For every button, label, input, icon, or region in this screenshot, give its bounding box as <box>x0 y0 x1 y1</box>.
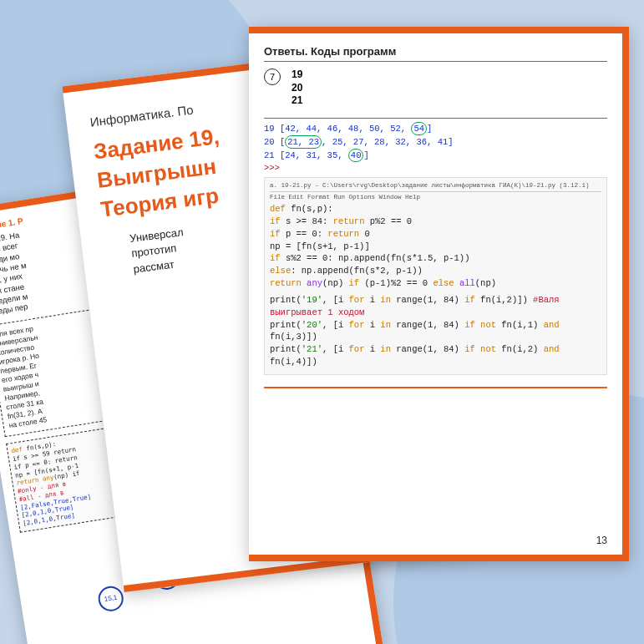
tree-node: 15,1 <box>96 584 124 612</box>
window-titlebar: a. 19-21.py - C:\Users\rvg\Desktop\задан… <box>270 181 601 192</box>
answer-value: 21 <box>292 94 302 106</box>
question-number: 7 <box>264 68 281 85</box>
circled-answer: 40 <box>348 149 364 162</box>
divider <box>264 118 607 119</box>
program-output: 19 [42, 44, 46, 48, 50, 52, 54] 20 [21, … <box>264 122 607 175</box>
answer-value: 20 <box>292 82 302 94</box>
page-number: 13 <box>596 535 607 546</box>
divider <box>264 387 607 388</box>
answer-value: 19 <box>292 68 302 80</box>
answer-block: 7 19 20 21 <box>264 68 607 108</box>
page-answers: Ответы. Коды программ 7 19 20 21 19 [42,… <box>249 27 629 561</box>
circled-answer: 21, 23 <box>285 135 322 149</box>
circled-answer: 54 <box>411 122 427 135</box>
answers-header: Ответы. Коды программ <box>264 45 607 62</box>
window-menubar: File Edit Format Run Options Window Help <box>270 193 601 202</box>
python-prompt: >>> <box>264 162 607 174</box>
code-screenshot: a. 19-21.py - C:\Users\rvg\Desktop\задан… <box>264 177 607 375</box>
